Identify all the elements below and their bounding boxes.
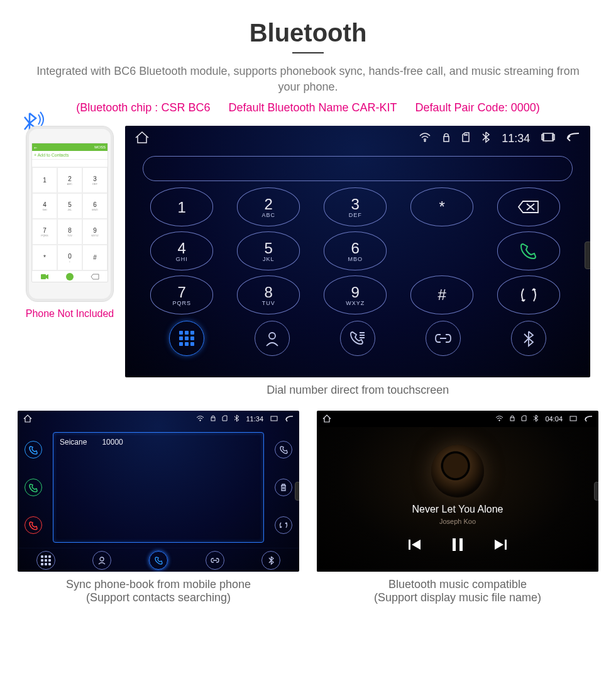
nav-bluetooth[interactable] — [511, 321, 546, 356]
nav-call-log[interactable] — [149, 551, 168, 570]
phone-key-4[interactable]: 4GHI — [32, 193, 57, 219]
pause-button[interactable] — [452, 538, 463, 554]
spec-code: Default Pair Code: 0000) — [415, 101, 540, 114]
key-2[interactable]: 2ABC — [237, 187, 300, 226]
svg-point-7 — [200, 420, 201, 421]
backspace-icon[interactable] — [91, 274, 99, 280]
svg-point-11 — [499, 420, 500, 421]
key-4[interactable]: 4GHI — [150, 231, 213, 270]
lock-icon — [211, 415, 216, 423]
nav-dialpad[interactable] — [169, 321, 204, 356]
key-6[interactable]: 6MBO — [324, 231, 387, 270]
key-call[interactable] — [497, 231, 560, 270]
phone-mockup: ⇐MOSS + Add to Contacts 1 2ABC 3DEF 4GHI… — [26, 126, 114, 302]
add-to-contacts-button[interactable]: + Add to Contacts — [32, 151, 107, 160]
bottom-nav — [125, 314, 590, 364]
sd-card-icon — [461, 132, 470, 145]
back-icon[interactable] — [566, 131, 581, 146]
key-3[interactable]: 3DEF — [324, 187, 387, 226]
contact-name: Seicane — [60, 438, 87, 447]
sync-button[interactable] — [275, 516, 292, 534]
outgoing-icon[interactable] — [25, 479, 42, 496]
phone-key-3[interactable]: 3DEF — [82, 167, 107, 193]
key-9[interactable]: 9WXYZ — [324, 275, 387, 314]
call-type-rail — [18, 427, 49, 548]
dialer-keypad: 1 2ABC 3DEF * 4GHI 5JKL 6MBO 7PQRS 8TUV … — [125, 185, 590, 314]
side-drawer-handle[interactable] — [585, 242, 590, 269]
phone-key-5[interactable]: 5JKL — [57, 193, 82, 219]
delete-contact-button[interactable] — [275, 479, 292, 496]
nav-call-log[interactable] — [340, 321, 375, 356]
phone-key-2[interactable]: 2ABC — [57, 167, 82, 193]
home-icon[interactable] — [322, 414, 332, 424]
svg-point-1 — [424, 140, 426, 142]
incoming-icon[interactable] — [25, 441, 42, 458]
home-icon[interactable] — [134, 130, 150, 147]
phone-list-icon — [349, 330, 366, 347]
video-call-icon[interactable] — [41, 274, 48, 280]
phone-icon — [154, 556, 163, 565]
key-5[interactable]: 5JKL — [237, 231, 300, 270]
svg-rect-17 — [505, 540, 507, 550]
nav-contacts[interactable] — [92, 551, 111, 570]
nav-contacts[interactable] — [255, 321, 290, 356]
side-drawer-handle[interactable] — [295, 482, 299, 501]
missed-icon[interactable] — [25, 516, 42, 534]
phone-key-8[interactable]: 8TUV — [57, 219, 82, 245]
phone-number-input[interactable] — [32, 160, 107, 167]
status-time: 04:04 — [545, 415, 563, 423]
nav-bluetooth[interactable] — [261, 551, 280, 570]
recents-icon[interactable] — [270, 415, 278, 423]
previous-button[interactable] — [408, 538, 422, 553]
statusbar: 04:04 — [317, 411, 598, 427]
page-title: Bluetooth — [0, 19, 616, 47]
phone-key-1[interactable]: 1 — [32, 167, 57, 193]
music-screen: 04:04 Never Let You Alone Joseph Koo — [317, 411, 598, 572]
key-8[interactable]: 8TUV — [237, 275, 300, 314]
list-item[interactable]: Seicane 10000 — [60, 436, 257, 448]
nav-pair[interactable] — [426, 321, 461, 356]
bluetooth-status-icon — [234, 414, 239, 423]
call-contact-button[interactable] — [275, 441, 292, 458]
phone-icon — [520, 242, 537, 260]
phone-key-7[interactable]: 7PQRS — [32, 219, 57, 245]
home-icon[interactable] — [23, 414, 33, 424]
bluetooth-status-icon — [533, 414, 539, 423]
back-icon[interactable] — [584, 415, 593, 423]
page-description: Integrated with BC6 Bluetooth module, su… — [0, 64, 616, 95]
next-button[interactable] — [493, 538, 507, 553]
dialer-input[interactable] — [143, 156, 573, 181]
phone-keypad: 1 2ABC 3DEF 4GHI 5JKL 6MNO 7PQRS 8TUV 9W… — [32, 167, 107, 270]
back-icon[interactable] — [285, 415, 294, 423]
nav-pair[interactable] — [206, 551, 224, 570]
contacts-list[interactable]: Seicane 10000 — [53, 432, 264, 543]
phone-caption: Phone Not Included — [26, 308, 114, 319]
recents-icon[interactable] — [569, 415, 578, 423]
bottom-nav — [18, 548, 299, 572]
call-button[interactable] — [66, 273, 74, 280]
phone-key-9[interactable]: 9WXYZ — [82, 219, 107, 245]
key-swap[interactable] — [497, 275, 560, 314]
phone-key-6[interactable]: 6MNO — [82, 193, 107, 219]
phone-key-0[interactable]: 0+ — [57, 245, 82, 270]
spec-name: Default Bluetooth Name CAR-KIT — [228, 101, 397, 114]
phone-statusbar: ⇐MOSS — [32, 143, 107, 151]
sd-card-icon — [222, 415, 228, 423]
key-star[interactable]: * — [410, 187, 473, 226]
page-header: Bluetooth — [0, 19, 616, 53]
recents-icon[interactable] — [541, 131, 555, 146]
phone-key-hash[interactable]: # — [82, 245, 107, 270]
swap-icon — [520, 286, 537, 304]
person-icon — [97, 556, 106, 565]
side-drawer-handle[interactable] — [594, 482, 598, 501]
phone-key-star[interactable]: * — [32, 245, 57, 270]
key-1[interactable]: 1 — [150, 187, 213, 226]
person-icon — [264, 330, 280, 347]
key-backspace[interactable] — [497, 187, 560, 226]
key-blank — [410, 231, 473, 270]
key-7[interactable]: 7PQRS — [150, 275, 213, 314]
nav-dialpad[interactable] — [36, 551, 55, 570]
bluetooth-icon — [268, 556, 275, 565]
key-hash[interactable]: # — [410, 275, 473, 314]
wifi-icon — [196, 415, 204, 423]
